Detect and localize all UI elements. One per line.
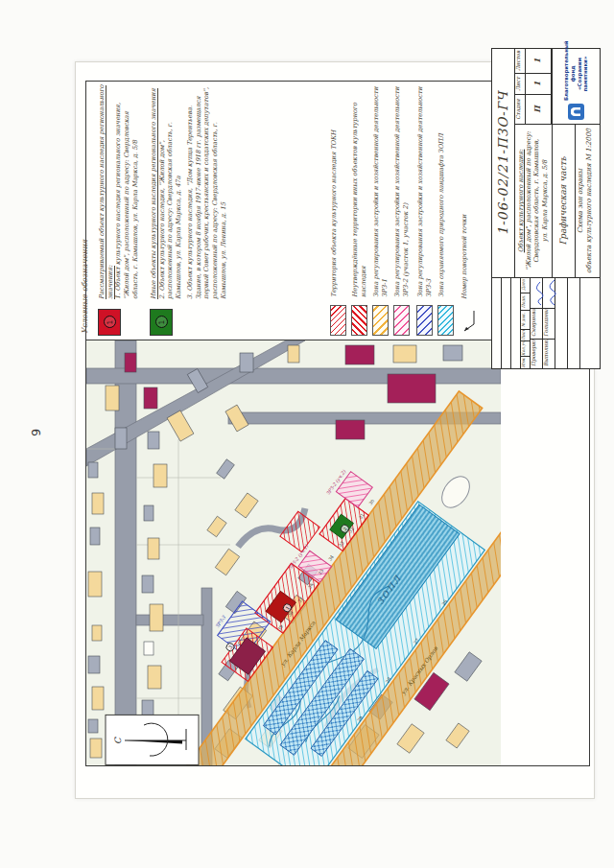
page-number: 9 [29,429,43,436]
north-letter: С [113,737,123,744]
north-arrow: С [106,715,199,764]
building [92,493,104,514]
legend-swatch-zrz1 [372,305,389,336]
name-checked: Смирнова Д. [531,309,543,340]
revision-grid: Изм. Кол.уч. Лист № док. Подп. Дата Пров… [492,277,600,368]
col-podp: Подп. [521,293,531,311]
scanned-drawing-page: { "page": { "number": "9" }, "legend": {… [0,0,614,868]
org-line3: «Сохраним памятники» [577,57,589,92]
building [142,575,154,593]
sheets-value: 1 [526,49,552,74]
legend-item1-text: 1. Объект культурного наследия региональ… [114,84,139,299]
building [336,420,365,439]
stage-sheet-cells: Стадия Лист Листов П 1 1 [515,49,552,124]
legend-heading: Условные обозначения [81,240,89,334]
building [88,719,98,733]
legend-swatch-considered-object: 1 [98,309,121,336]
building [144,642,154,655]
building [148,538,159,559]
legend-item1-title: Рассматриваемый объект культурного насле… [98,85,115,299]
sheet-scale: М 1:2000 [585,129,593,161]
drawing-sheet: ЗОПЛ ул. Карла Маркса ул. Красных Орлов … [75,61,595,799]
building [106,386,119,411]
building [115,428,127,449]
legend: Условные обозначения 1 Рассматриваемый о… [86,82,499,336]
sheet-value: 1 [526,74,552,95]
turning-point-leader-icon [460,307,476,336]
section-name: Графическая часть [552,124,575,277]
fund-logo-icon [568,104,584,120]
legend-swatch-tokn [330,305,346,336]
legend-item2-text: 2. Объект культурного наследия, "Жилой д… [158,84,183,299]
signature-checked [531,277,543,309]
legend-item-tokn: Территория объекта культурного наследия … [330,82,346,336]
legend-item-zrz1: Зона регулирования застройки и хозяйстве… [372,82,389,336]
legend-swatch-zrz2 [393,305,410,336]
building [148,432,159,449]
object-line1: "Жилой дом", расположенный по адресу: Св… [525,131,540,270]
document-designation: 1-06-02/21-ПЗО-ГЧ [492,49,515,277]
org-line2: фонд [570,65,576,82]
building [150,604,163,631]
organization-cell: Благотворительный фонд «Сохраним памятни… [552,49,600,124]
legend-item-unapproved: Неутверждённые территории иных объектов … [351,82,367,336]
col-koluch: Кол.уч. [521,341,531,357]
sheet-label: Лист [515,74,526,95]
building [388,374,436,403]
building [240,353,253,372]
org-line1: Благотворительный [563,40,569,101]
building [144,505,154,521]
title-block: Изм. Кол.уч. Лист № док. Подп. Дата Пров… [491,48,601,369]
sheet-name-line1: Схема зон охраны [577,169,584,233]
building [125,353,136,372]
circled-number-icon: 1 [104,317,116,329]
legend-swatch-zrz3 [416,305,433,336]
col-data: Дата [521,277,531,293]
sheet-name-cell: Схема зон охраны объекта культурного нас… [575,124,600,277]
building [393,345,416,363]
building [88,462,98,478]
legend-item2-text2: 3. Объект культурного наследия, "Дом куп… [186,84,228,299]
building [148,666,161,689]
col-izm: Изм. [521,357,531,368]
site-plan-map: ЗОПЛ ул. Карла Маркса ул. Красных Орлов … [86,340,501,765]
sheet-name-line2: объекта культурного наследия [585,163,593,273]
building [142,700,154,716]
object-line2: ул. Карла Маркса, д. 5/8 [541,160,549,242]
building [154,464,167,487]
legend-swatch-unapproved [351,305,367,336]
building [88,656,100,673]
legend-item-zrz3: Зона регулирования застройки и хозяйстве… [416,82,433,336]
building [90,528,100,545]
circled-number-icon: 1 [155,317,168,329]
legend-item-zrz2: Зона регулирования застройки и хозяйстве… [393,82,410,336]
building [144,387,157,409]
building [92,687,104,710]
role-checked: Проверил [531,340,543,368]
sheets-label: Листов [515,49,526,74]
rotated-sheet-container: 9 [0,0,614,868]
legend-swatch-other-object: 1 [150,309,173,336]
drawing-frame: ЗОПЛ ул. Карла Маркса ул. Красных Орлов … [85,81,590,766]
building [88,572,102,597]
role-made: Выполнил [543,340,555,368]
object-name-cell: Объект культурного наследия: "Жилой дом"… [515,124,552,277]
col-ndok: № док. [521,311,531,330]
legend-item-object-considered: 1 Рассматриваемый объект культурного нас… [98,84,143,336]
map-svg: ЗОПЛ ул. Карла Маркса ул. Красных Орлов … [86,340,501,765]
building [288,345,299,363]
legend-item2-title: Иные объекты культурного наследия регион… [150,88,158,299]
building [92,625,102,641]
col-list: Лист [521,330,531,341]
signature-made [543,277,555,309]
name-made: Голышева А. [543,309,555,340]
stage-label: Стадия [515,95,526,124]
building [345,345,374,364]
legend-item-point-number: Номер поворотной точки [460,84,476,336]
legend-item-zopl: Зона охраняемого природного ландшафта ЗО… [437,82,454,336]
stage-value: П [526,95,552,124]
legend-swatch-zopl [437,305,454,336]
object-title: Объект культурного наследия: [517,150,525,253]
legend-item-other-objects: 1 Иные объекты культурного наследия реги… [150,84,230,336]
building [90,739,102,758]
